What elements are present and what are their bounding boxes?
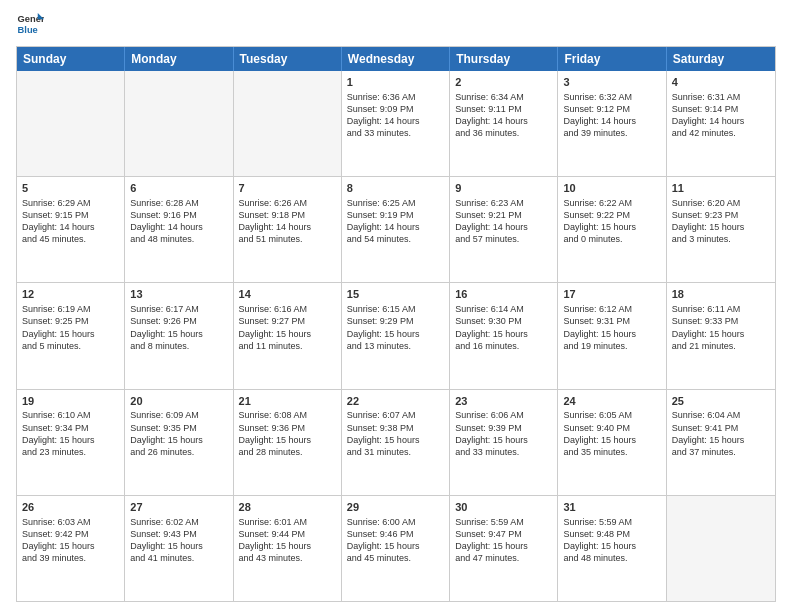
day-number: 15 xyxy=(347,287,444,302)
day-number: 27 xyxy=(130,500,227,515)
calendar-cell: 20Sunrise: 6:09 AM Sunset: 9:35 PM Dayli… xyxy=(125,390,233,495)
calendar-cell: 27Sunrise: 6:02 AM Sunset: 9:43 PM Dayli… xyxy=(125,496,233,601)
day-number: 3 xyxy=(563,75,660,90)
calendar-header: SundayMondayTuesdayWednesdayThursdayFrid… xyxy=(17,47,775,71)
calendar-cell: 6Sunrise: 6:28 AM Sunset: 9:16 PM Daylig… xyxy=(125,177,233,282)
calendar-cell xyxy=(667,496,775,601)
day-info: Sunrise: 6:25 AM Sunset: 9:19 PM Dayligh… xyxy=(347,197,444,246)
day-info: Sunrise: 6:14 AM Sunset: 9:30 PM Dayligh… xyxy=(455,303,552,352)
calendar-cell: 29Sunrise: 6:00 AM Sunset: 9:46 PM Dayli… xyxy=(342,496,450,601)
calendar-row: 5Sunrise: 6:29 AM Sunset: 9:15 PM Daylig… xyxy=(17,176,775,282)
weekday-header: Thursday xyxy=(450,47,558,71)
calendar-cell: 21Sunrise: 6:08 AM Sunset: 9:36 PM Dayli… xyxy=(234,390,342,495)
calendar: SundayMondayTuesdayWednesdayThursdayFrid… xyxy=(16,46,776,602)
day-number: 17 xyxy=(563,287,660,302)
calendar-row: 1Sunrise: 6:36 AM Sunset: 9:09 PM Daylig… xyxy=(17,71,775,176)
day-number: 19 xyxy=(22,394,119,409)
day-info: Sunrise: 6:01 AM Sunset: 9:44 PM Dayligh… xyxy=(239,516,336,565)
calendar-cell: 3Sunrise: 6:32 AM Sunset: 9:12 PM Daylig… xyxy=(558,71,666,176)
day-info: Sunrise: 6:16 AM Sunset: 9:27 PM Dayligh… xyxy=(239,303,336,352)
day-info: Sunrise: 6:03 AM Sunset: 9:42 PM Dayligh… xyxy=(22,516,119,565)
day-info: Sunrise: 6:17 AM Sunset: 9:26 PM Dayligh… xyxy=(130,303,227,352)
calendar-cell: 23Sunrise: 6:06 AM Sunset: 9:39 PM Dayli… xyxy=(450,390,558,495)
svg-text:Blue: Blue xyxy=(18,25,38,35)
day-number: 13 xyxy=(130,287,227,302)
day-number: 2 xyxy=(455,75,552,90)
day-number: 18 xyxy=(672,287,770,302)
day-info: Sunrise: 6:07 AM Sunset: 9:38 PM Dayligh… xyxy=(347,409,444,458)
day-info: Sunrise: 6:20 AM Sunset: 9:23 PM Dayligh… xyxy=(672,197,770,246)
calendar-cell: 30Sunrise: 5:59 AM Sunset: 9:47 PM Dayli… xyxy=(450,496,558,601)
day-info: Sunrise: 6:29 AM Sunset: 9:15 PM Dayligh… xyxy=(22,197,119,246)
calendar-cell: 4Sunrise: 6:31 AM Sunset: 9:14 PM Daylig… xyxy=(667,71,775,176)
calendar-cell: 28Sunrise: 6:01 AM Sunset: 9:44 PM Dayli… xyxy=(234,496,342,601)
day-info: Sunrise: 6:31 AM Sunset: 9:14 PM Dayligh… xyxy=(672,91,770,140)
calendar-cell: 12Sunrise: 6:19 AM Sunset: 9:25 PM Dayli… xyxy=(17,283,125,388)
calendar-cell: 24Sunrise: 6:05 AM Sunset: 9:40 PM Dayli… xyxy=(558,390,666,495)
calendar-cell: 10Sunrise: 6:22 AM Sunset: 9:22 PM Dayli… xyxy=(558,177,666,282)
calendar-cell: 16Sunrise: 6:14 AM Sunset: 9:30 PM Dayli… xyxy=(450,283,558,388)
day-number: 23 xyxy=(455,394,552,409)
weekday-header: Saturday xyxy=(667,47,775,71)
calendar-cell: 8Sunrise: 6:25 AM Sunset: 9:19 PM Daylig… xyxy=(342,177,450,282)
calendar-cell: 15Sunrise: 6:15 AM Sunset: 9:29 PM Dayli… xyxy=(342,283,450,388)
day-info: Sunrise: 6:06 AM Sunset: 9:39 PM Dayligh… xyxy=(455,409,552,458)
weekday-header: Sunday xyxy=(17,47,125,71)
day-number: 9 xyxy=(455,181,552,196)
calendar-cell: 9Sunrise: 6:23 AM Sunset: 9:21 PM Daylig… xyxy=(450,177,558,282)
day-number: 26 xyxy=(22,500,119,515)
day-info: Sunrise: 6:36 AM Sunset: 9:09 PM Dayligh… xyxy=(347,91,444,140)
day-number: 28 xyxy=(239,500,336,515)
day-number: 24 xyxy=(563,394,660,409)
day-info: Sunrise: 6:11 AM Sunset: 9:33 PM Dayligh… xyxy=(672,303,770,352)
calendar-cell: 19Sunrise: 6:10 AM Sunset: 9:34 PM Dayli… xyxy=(17,390,125,495)
calendar-cell: 11Sunrise: 6:20 AM Sunset: 9:23 PM Dayli… xyxy=(667,177,775,282)
logo: General Blue xyxy=(16,10,48,38)
day-info: Sunrise: 6:05 AM Sunset: 9:40 PM Dayligh… xyxy=(563,409,660,458)
calendar-cell xyxy=(125,71,233,176)
page: General Blue SundayMondayTuesdayWednesda… xyxy=(0,0,792,612)
calendar-cell: 14Sunrise: 6:16 AM Sunset: 9:27 PM Dayli… xyxy=(234,283,342,388)
day-number: 12 xyxy=(22,287,119,302)
day-number: 31 xyxy=(563,500,660,515)
calendar-cell xyxy=(17,71,125,176)
day-info: Sunrise: 6:15 AM Sunset: 9:29 PM Dayligh… xyxy=(347,303,444,352)
calendar-row: 12Sunrise: 6:19 AM Sunset: 9:25 PM Dayli… xyxy=(17,282,775,388)
calendar-cell: 31Sunrise: 5:59 AM Sunset: 9:48 PM Dayli… xyxy=(558,496,666,601)
day-number: 6 xyxy=(130,181,227,196)
day-number: 4 xyxy=(672,75,770,90)
day-number: 16 xyxy=(455,287,552,302)
weekday-header: Monday xyxy=(125,47,233,71)
day-info: Sunrise: 6:12 AM Sunset: 9:31 PM Dayligh… xyxy=(563,303,660,352)
day-number: 8 xyxy=(347,181,444,196)
day-number: 11 xyxy=(672,181,770,196)
calendar-cell: 25Sunrise: 6:04 AM Sunset: 9:41 PM Dayli… xyxy=(667,390,775,495)
calendar-cell: 22Sunrise: 6:07 AM Sunset: 9:38 PM Dayli… xyxy=(342,390,450,495)
calendar-cell: 1Sunrise: 6:36 AM Sunset: 9:09 PM Daylig… xyxy=(342,71,450,176)
day-info: Sunrise: 5:59 AM Sunset: 9:47 PM Dayligh… xyxy=(455,516,552,565)
day-info: Sunrise: 6:34 AM Sunset: 9:11 PM Dayligh… xyxy=(455,91,552,140)
day-info: Sunrise: 6:10 AM Sunset: 9:34 PM Dayligh… xyxy=(22,409,119,458)
day-number: 22 xyxy=(347,394,444,409)
calendar-row: 26Sunrise: 6:03 AM Sunset: 9:42 PM Dayli… xyxy=(17,495,775,601)
weekday-header: Wednesday xyxy=(342,47,450,71)
day-info: Sunrise: 6:23 AM Sunset: 9:21 PM Dayligh… xyxy=(455,197,552,246)
calendar-cell: 18Sunrise: 6:11 AM Sunset: 9:33 PM Dayli… xyxy=(667,283,775,388)
logo-icon: General Blue xyxy=(16,10,44,38)
header: General Blue xyxy=(16,10,776,38)
day-number: 1 xyxy=(347,75,444,90)
day-number: 25 xyxy=(672,394,770,409)
day-info: Sunrise: 6:00 AM Sunset: 9:46 PM Dayligh… xyxy=(347,516,444,565)
day-number: 5 xyxy=(22,181,119,196)
day-info: Sunrise: 6:09 AM Sunset: 9:35 PM Dayligh… xyxy=(130,409,227,458)
day-number: 10 xyxy=(563,181,660,196)
day-info: Sunrise: 5:59 AM Sunset: 9:48 PM Dayligh… xyxy=(563,516,660,565)
day-number: 7 xyxy=(239,181,336,196)
day-number: 30 xyxy=(455,500,552,515)
day-number: 21 xyxy=(239,394,336,409)
calendar-cell: 13Sunrise: 6:17 AM Sunset: 9:26 PM Dayli… xyxy=(125,283,233,388)
calendar-cell: 5Sunrise: 6:29 AM Sunset: 9:15 PM Daylig… xyxy=(17,177,125,282)
day-info: Sunrise: 6:02 AM Sunset: 9:43 PM Dayligh… xyxy=(130,516,227,565)
calendar-row: 19Sunrise: 6:10 AM Sunset: 9:34 PM Dayli… xyxy=(17,389,775,495)
calendar-cell: 26Sunrise: 6:03 AM Sunset: 9:42 PM Dayli… xyxy=(17,496,125,601)
